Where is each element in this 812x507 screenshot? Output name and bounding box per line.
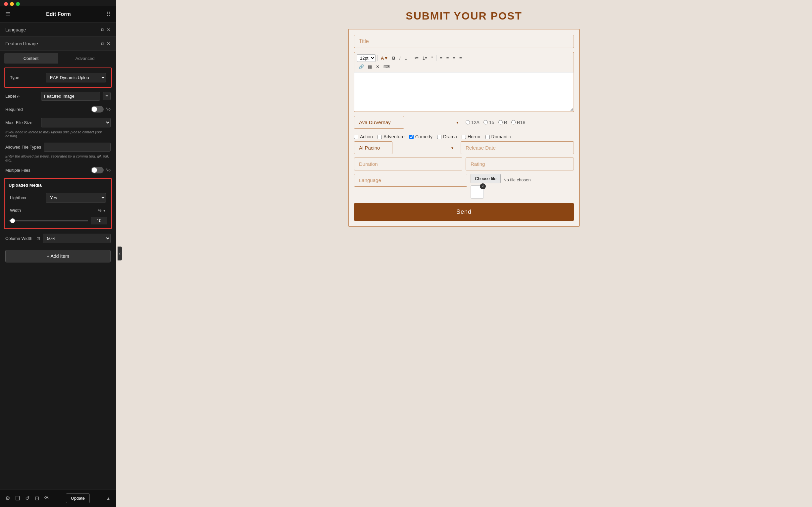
checkbox-romantic[interactable] xyxy=(486,135,490,139)
rating-15[interactable]: 15 xyxy=(484,120,495,125)
radio-15[interactable] xyxy=(484,120,488,124)
genre-comedy[interactable]: Comedy xyxy=(409,134,433,139)
checkbox-horror[interactable] xyxy=(462,135,466,139)
label-input[interactable] xyxy=(41,92,100,101)
file-choose-row: Choose file No file chosen xyxy=(470,174,574,183)
genre-horror[interactable]: Horror xyxy=(462,134,481,139)
hamburger-icon[interactable]: ☰ xyxy=(5,11,11,18)
label-row: Label ⇄ ≡ xyxy=(0,89,116,103)
collapse-handle[interactable]: ‹ xyxy=(117,246,122,261)
lightbox-select[interactable]: Yes No xyxy=(46,193,106,203)
rte-code-btn[interactable]: ⌨ xyxy=(382,63,392,70)
slider-value-input[interactable] xyxy=(91,217,107,224)
slider-thumb[interactable] xyxy=(10,218,15,223)
type-section: Type EAE Dynamic Uploa xyxy=(4,67,112,88)
rte-font-size[interactable]: 12pt xyxy=(357,54,375,62)
rte-underline-btn[interactable]: U xyxy=(403,55,409,62)
label-stack-btn[interactable]: ≡ xyxy=(103,92,111,100)
rte-align-left-btn[interactable]: ≡ xyxy=(438,55,444,62)
checkbox-drama[interactable] xyxy=(437,135,442,139)
history-icon[interactable]: ↺ xyxy=(25,495,30,501)
slider-track xyxy=(9,220,88,221)
checkbox-adventure[interactable] xyxy=(377,135,382,139)
allowed-file-types-input[interactable] xyxy=(44,143,111,152)
radio-12a[interactable] xyxy=(466,120,470,124)
width-unit: % ▼ xyxy=(98,208,106,213)
language-input[interactable] xyxy=(354,174,467,187)
field-item-featured-image[interactable]: Featured Image ⧉ ✕ xyxy=(0,37,116,51)
tab-content[interactable]: Content xyxy=(4,53,58,63)
duplicate-featured-image-btn[interactable]: ⧉ xyxy=(101,41,104,46)
multiple-files-knob xyxy=(92,167,97,173)
file-remove-btn[interactable]: ✕ xyxy=(480,183,486,189)
genre-drama[interactable]: Drama xyxy=(437,134,457,139)
col-width-icon: ⊡ xyxy=(37,236,40,241)
remove-featured-image-btn[interactable]: ✕ xyxy=(107,41,111,46)
multiple-files-toggle[interactable] xyxy=(91,167,104,173)
update-button[interactable]: Update xyxy=(66,494,90,503)
rte-resize-handle[interactable]: ◢ xyxy=(570,107,573,111)
sidebar-header: ☰ Edit Form ⠿ xyxy=(0,6,116,23)
actor-release-row: Al Pacino Tom Hanks Meryl Streep xyxy=(354,141,574,154)
field-item-language[interactable]: Language ⧉ ✕ xyxy=(0,23,116,37)
rte-special-btn[interactable]: ✕ xyxy=(374,63,381,70)
checkbox-action[interactable] xyxy=(354,135,358,139)
type-row: Type EAE Dynamic Uploa xyxy=(5,70,111,85)
genre-action[interactable]: Action xyxy=(354,134,373,139)
required-toggle[interactable] xyxy=(91,106,104,113)
layers-icon[interactable]: ❑ xyxy=(15,495,20,501)
genre-romantic[interactable]: Romantic xyxy=(486,134,511,139)
mac-dots xyxy=(0,0,116,6)
rating-12a[interactable]: 12A xyxy=(466,120,479,125)
mac-dot-red xyxy=(4,2,8,6)
col-width-label: Column Width xyxy=(5,236,33,241)
chevron-up-icon[interactable]: ▲ xyxy=(106,496,111,501)
duplicate-language-btn[interactable]: ⧉ xyxy=(101,27,104,33)
rating-r[interactable]: R xyxy=(498,120,507,125)
rte-align-center-btn[interactable]: ≡ xyxy=(445,55,451,62)
rte-align-right-btn[interactable]: ≡ xyxy=(451,55,457,62)
label-label: Label ⇄ xyxy=(5,94,38,99)
multiple-files-row: Multiple Files No xyxy=(0,164,116,176)
rte-link-btn[interactable]: 🔗 xyxy=(357,63,366,70)
grid-icon[interactable]: ⠿ xyxy=(106,11,111,18)
duration-input[interactable] xyxy=(354,158,462,170)
col-width-select[interactable]: 50% 100% 33% xyxy=(43,234,111,243)
release-date-input[interactable] xyxy=(461,141,574,154)
checkbox-comedy[interactable] xyxy=(409,135,414,139)
eye-icon[interactable]: 👁 xyxy=(44,495,50,501)
send-button[interactable]: Send xyxy=(354,203,574,221)
rte-align-justify-btn[interactable]: ≡ xyxy=(458,55,464,62)
title-input[interactable] xyxy=(354,35,574,48)
settings-icon[interactable]: ⚙ xyxy=(5,495,10,501)
max-file-size-select[interactable] xyxy=(41,118,111,127)
add-item-button[interactable]: + Add Item xyxy=(5,250,111,263)
rte-bold-btn[interactable]: B xyxy=(391,55,397,62)
duration-rating-row xyxy=(354,158,574,170)
rte-italic-btn[interactable]: I xyxy=(398,55,402,62)
choose-file-btn[interactable]: Choose file xyxy=(470,174,501,183)
rte-blockquote-btn[interactable]: " xyxy=(430,55,435,62)
helper-text-upload: If you need to increase max upload size … xyxy=(0,130,116,140)
tab-advanced[interactable]: Advanced xyxy=(58,53,112,63)
rte-bullet-list-btn[interactable]: •≡ xyxy=(413,55,420,62)
director-select[interactable]: Ava DuVernay James Cameron Christopher N… xyxy=(354,116,404,129)
multiple-files-label: Multiple Files xyxy=(5,168,31,173)
actor-select[interactable]: Al Pacino Tom Hanks Meryl Streep xyxy=(354,141,393,154)
director-rating-row: Ava DuVernay James Cameron Christopher N… xyxy=(354,116,574,129)
actor-dropdown-wrap: Al Pacino Tom Hanks Meryl Streep xyxy=(354,141,457,154)
field-label-featured-image: Featured Image xyxy=(5,41,38,46)
radio-r[interactable] xyxy=(498,120,503,124)
lightbox-row: Lightbox Yes No xyxy=(5,190,111,205)
rte-text-color-btn[interactable]: A▼ xyxy=(379,55,390,62)
rating-r18[interactable]: R18 xyxy=(511,120,525,125)
rte-body[interactable]: ◢ xyxy=(354,72,574,112)
remove-language-btn[interactable]: ✕ xyxy=(107,27,111,33)
radio-r18[interactable] xyxy=(511,120,516,124)
rte-numbered-list-btn[interactable]: 1≡ xyxy=(421,55,429,62)
rte-table-btn[interactable]: ▦ xyxy=(366,63,373,70)
rating-input[interactable] xyxy=(466,158,574,170)
responsive-icon[interactable]: ⊡ xyxy=(35,495,39,501)
type-select[interactable]: EAE Dynamic Uploa xyxy=(46,73,106,82)
genre-adventure[interactable]: Adventure xyxy=(377,134,405,139)
